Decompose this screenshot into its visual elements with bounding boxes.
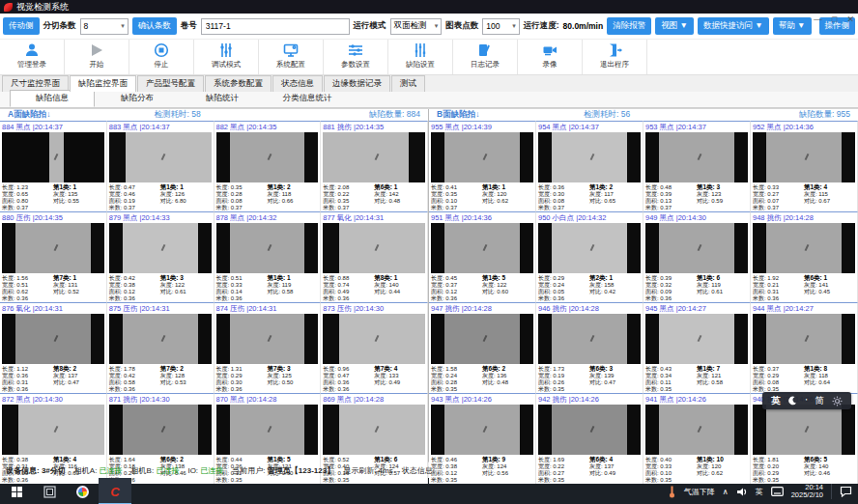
slit-count-select[interactable]: 8 ▾ [80, 18, 129, 35]
ime-english-toggle[interactable]: 英 [771, 395, 781, 407]
defect-thumbnail[interactable] [538, 223, 641, 273]
run-mode-select[interactable]: 双面检测 ▾ [390, 18, 443, 35]
system-config-button[interactable]: 系统配置 [259, 40, 324, 74]
taskbar-clock[interactable]: 20:14 2025/2/10 [791, 484, 823, 500]
defect-cell[interactable]: 942 挑伤 |20:14:26 长度: 1.69 宽度: 0.22 面积: 0… [536, 393, 644, 484]
defect-thumbnail[interactable] [645, 223, 748, 273]
task-view-button[interactable] [33, 478, 66, 504]
defect-thumbnail[interactable] [753, 132, 855, 182]
defect-thumbnail[interactable] [431, 223, 533, 273]
defect-cell[interactable]: 883 黑点 |20:14:37 长度: 0.47 宽度: 0.46 面积: 0… [107, 121, 214, 211]
panel-title[interactable]: A面缺陷拍↓ [8, 109, 50, 121]
tab-缺陷监控界面[interactable]: 缺陷监控界面 [70, 75, 136, 92]
defect-cell[interactable]: 875 压伤 |20:14:31 长度: 1.78 宽度: 0.42 面积: 0… [107, 302, 214, 393]
defect-thumbnail[interactable] [753, 223, 855, 273]
log-record-button[interactable]: 日志记录 [453, 40, 518, 74]
defect-thumbnail[interactable] [431, 314, 533, 364]
defect-cell[interactable]: 946 挑伤 |20:14:28 长度: 1.73 宽度: 0.19 面积: 0… [536, 302, 644, 393]
chart-points-select[interactable]: 100 ▾ [482, 18, 519, 35]
defect-cell[interactable]: 884 黑点 |20:14:37 长度: 1.23 宽度: 0.65 面积: 0… [0, 121, 107, 211]
defect-cell[interactable]: 955 黑点 |20:14:39 长度: 0.41 宽度: 0.35 面积: 0… [429, 121, 536, 211]
defect-thumbnail[interactable] [431, 132, 533, 182]
defect-thumbnail[interactable] [323, 405, 425, 455]
defect-thumbnail[interactable] [323, 223, 425, 273]
gear-icon[interactable] [832, 396, 843, 406]
browser-taskbar-button[interactable] [66, 478, 99, 504]
defect-thumbnail[interactable] [538, 132, 641, 182]
defect-cell[interactable]: 882 黑点 |20:14:35 长度: 0.35 宽度: 0.28 面积: 0… [214, 121, 322, 211]
video-record-button[interactable]: 录像 [518, 40, 583, 74]
ime-pen-icon[interactable]: ’ [805, 396, 807, 406]
subtab-缺陷分布[interactable]: 缺陷分布 [95, 90, 180, 107]
exit-program-button[interactable]: 退出程序 [583, 40, 647, 74]
defect-thumbnail[interactable] [109, 314, 212, 364]
ime-simplified-toggle[interactable]: 简 [815, 395, 825, 407]
subtab-分类信息统计[interactable]: 分类信息统计 [265, 90, 350, 107]
confirm-count-button[interactable]: 确认条数 [132, 17, 177, 35]
defect-cell[interactable]: 948 挑伤 |20:14:28 长度: 1.92 宽度: 0.21 面积: 0… [751, 211, 858, 302]
defect-cell[interactable]: 878 黑点 |20:14:32 长度: 0.51 宽度: 0.33 面积: 0… [214, 211, 322, 302]
drive-side-button[interactable]: 传动侧 [3, 17, 40, 35]
defect-thumbnail[interactable] [2, 132, 104, 182]
quick-access-menu-button[interactable]: 数据快捷访问 ▼ [698, 17, 769, 35]
defect-cell[interactable]: 945 黑点 |20:14:27 长度: 0.43 宽度: 0.34 面积: 0… [644, 302, 751, 393]
defect-thumbnail[interactable] [753, 314, 855, 364]
defect-thumbnail[interactable] [645, 314, 748, 364]
stop-button[interactable]: 停止 [129, 40, 194, 74]
params-settings-button[interactable]: 参数设置 [324, 40, 388, 74]
defect-cell[interactable]: 943 黑点 |20:14:26 长度: 0.46 宽度: 0.38 面积: 0… [429, 393, 536, 484]
defect-cell[interactable]: 877 氧化 |20:14:31 长度: 0.88 宽度: 0.74 面积: 0… [321, 211, 428, 302]
touch-keyboard-icon[interactable] [771, 487, 784, 496]
defect-thumbnail[interactable] [645, 405, 748, 455]
defect-cell[interactable]: 953 黑点 |20:14:37 长度: 0.48 宽度: 0.39 面积: 0… [644, 121, 751, 211]
defect-cell[interactable]: 950 小白点 |20:14:32 长度: 0.29 宽度: 0.24 面积: … [536, 211, 644, 302]
defect-settings-button[interactable]: 缺陷设置 [388, 40, 453, 74]
clear-alarm-button[interactable]: 清除报警 [607, 17, 651, 35]
defect-thumbnail[interactable] [323, 132, 425, 182]
login-button[interactable]: 管理登录 [0, 40, 65, 74]
subtab-缺陷信息[interactable]: 缺陷信息 [10, 90, 95, 107]
defect-cell[interactable]: 876 氧化 |20:14:31 长度: 1.12 宽度: 0.36 面积: 0… [0, 302, 107, 393]
start-button[interactable]: 开始 [65, 40, 129, 74]
defect-thumbnail[interactable] [323, 314, 425, 364]
defect-thumbnail[interactable] [109, 223, 212, 273]
defect-cell[interactable]: 951 黑点 |20:14:36 长度: 0.45 宽度: 0.37 面积: 0… [429, 211, 536, 302]
close-button[interactable]: ✕ [846, 14, 854, 24]
volume-icon[interactable] [736, 487, 748, 497]
defect-thumbnail[interactable] [216, 132, 319, 182]
defect-thumbnail[interactable] [2, 405, 104, 455]
defect-cell[interactable]: 952 黑点 |20:14:36 长度: 0.33 宽度: 0.27 面积: 0… [751, 121, 858, 211]
defect-thumbnail[interactable] [538, 405, 641, 455]
defect-thumbnail[interactable] [109, 405, 212, 455]
minimize-button[interactable]: — [814, 14, 822, 24]
defect-thumbnail[interactable] [753, 405, 855, 455]
tray-chevron-icon[interactable]: ∧ [723, 488, 729, 496]
maximize-button[interactable]: □ [832, 14, 837, 24]
defect-thumbnail[interactable] [109, 132, 212, 182]
input-language-indicator[interactable]: 英 [756, 487, 763, 497]
defect-thumbnail[interactable] [2, 223, 104, 273]
start-button[interactable] [0, 478, 33, 504]
inspection-app-taskbar-button[interactable]: C [99, 478, 131, 504]
moon-icon[interactable] [787, 396, 797, 406]
debug-mode-button[interactable]: 调试模式 [194, 40, 259, 74]
defect-thumbnail[interactable] [216, 223, 319, 273]
roll-number-input[interactable] [201, 18, 350, 35]
defect-cell[interactable]: 947 挑伤 |20:14:28 长度: 1.58 宽度: 0.24 面积: 0… [429, 302, 536, 393]
tab-测试[interactable]: 测试 [391, 75, 425, 92]
defect-cell[interactable]: 949 黑点 |20:14:30 长度: 0.39 宽度: 0.32 面积: 0… [644, 211, 751, 302]
defect-thumbnail[interactable] [431, 405, 533, 455]
defect-thumbnail[interactable] [538, 314, 641, 364]
defect-thumbnail[interactable] [216, 314, 319, 364]
help-menu-button[interactable]: 帮助 ▼ [773, 17, 812, 35]
defect-cell[interactable]: 954 黑点 |20:14:37 长度: 0.36 宽度: 0.30 面积: 0… [536, 121, 644, 211]
defect-cell[interactable]: 873 压伤 |20:14:30 长度: 0.96 宽度: 0.47 面积: 0… [321, 302, 428, 393]
defect-thumbnail[interactable] [216, 405, 319, 455]
defect-cell[interactable]: 880 压伤 |20:14:35 长度: 1.56 宽度: 0.51 面积: 0… [0, 211, 107, 302]
panel-title[interactable]: B面缺陷拍↓ [437, 109, 479, 121]
defect-cell[interactable]: 879 黑点 |20:14:33 长度: 0.42 宽度: 0.38 面积: 0… [107, 211, 214, 302]
action-center-icon[interactable] [840, 486, 852, 497]
weather-text[interactable]: 气温下降 [684, 487, 715, 497]
defect-cell[interactable]: 941 黑点 |20:14:26 长度: 0.40 宽度: 0.33 面积: 0… [644, 393, 751, 484]
defect-cell[interactable]: 944 黑点 |20:14:27 长度: 0.37 宽度: 0.29 面积: 0… [751, 302, 858, 393]
